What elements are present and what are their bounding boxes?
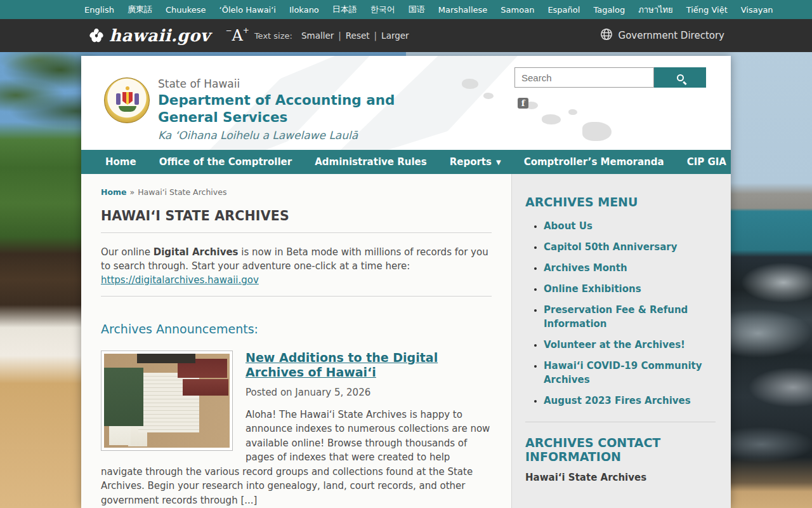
nav-item-comptrollers-memoranda[interactable]: Comptroller’s Memoranda [513, 156, 676, 168]
main-navigation: Home Office of the Comptroller Administr… [81, 150, 731, 174]
language-link-samoan[interactable]: Samoan [501, 5, 534, 15]
language-bar: English 廣東話 Chuukese ʻŌlelo Hawaiʻi Ilok… [0, 0, 812, 19]
language-link-spanish[interactable]: Español [547, 5, 580, 15]
hawaii-gov-wordmark: hawaii.gov [109, 26, 210, 45]
main-content: Home»Hawaiʻi State Archives HAWAIʻI STAT… [81, 174, 511, 508]
text-size-icon: −A+ [225, 28, 249, 43]
sidebar-item-about-us[interactable]: About Us [544, 220, 593, 232]
globe-icon [599, 27, 613, 44]
utility-bar: hawaii.gov −A+ Text size: Smaller|Reset|… [0, 19, 812, 52]
government-directory-label: Government Directory [619, 30, 724, 41]
digital-archives-link[interactable]: https://digitalarchives.hawaii.gov [101, 274, 259, 286]
archives-contact-name: Hawaiʻi State Archives [525, 472, 716, 483]
divider [101, 296, 492, 297]
text-larger-link[interactable]: Larger [381, 30, 409, 41]
islands-map-graphic [568, 109, 577, 115]
islands-map-graphic [582, 122, 612, 141]
breadcrumb-current: Hawaiʻi State Archives [138, 187, 226, 197]
state-of-hawaii-seal [104, 77, 150, 123]
announcements-heading: Archives Announcements: [101, 322, 492, 336]
search-button[interactable] [654, 67, 706, 88]
archives-menu-heading: ARCHIVES MENU [525, 196, 716, 210]
search-icon [677, 74, 684, 81]
archives-menu: About Us Capitol 50th Anniversary Archiv… [525, 219, 716, 408]
language-link-tagalog[interactable]: Tagalog [593, 5, 625, 15]
islands-map-graphic [542, 114, 561, 124]
language-link-marshallese[interactable]: Marshallese [438, 5, 488, 15]
announcement-post: New Additions to the Digital Archives of… [101, 351, 492, 508]
chevron-down-icon: ▼ [496, 159, 501, 166]
list-item: August 2023 Fires Archives [544, 394, 716, 408]
text-smaller-link[interactable]: Smaller [301, 30, 334, 41]
search-input[interactable] [514, 67, 654, 88]
divider [525, 422, 716, 422]
divider: | [338, 30, 341, 41]
hibiscus-icon [89, 28, 104, 43]
sidebar-item-volunteer[interactable]: Volunteer at the Archives! [544, 339, 685, 351]
islands-map-graphic [483, 93, 494, 99]
hawaii-gov-logo[interactable]: hawaii.gov [89, 26, 210, 45]
site-header: State of Hawaii Department of Accounting… [81, 56, 731, 150]
divider: | [374, 30, 377, 41]
state-label: State of Hawaii [158, 77, 424, 90]
language-link-visayan[interactable]: Visayan [741, 5, 773, 15]
language-link-hawaiian[interactable]: ʻŌlelo Hawaiʻi [219, 5, 276, 15]
language-link-english[interactable]: English [84, 5, 114, 15]
page-title: HAWAIʻI STATE ARCHIVES [101, 208, 492, 224]
breadcrumb: Home»Hawaiʻi State Archives [101, 187, 492, 197]
department-tagline: Ka ʻOihana Loihelu a Lawelawe Laulā [158, 129, 424, 142]
government-directory-link[interactable]: Government Directory [599, 27, 724, 44]
list-item: Capitol 50th Anniversary [544, 240, 716, 254]
text-reset-link[interactable]: Reset [346, 30, 370, 41]
nav-item-cip-gia[interactable]: CIP GIA [676, 156, 738, 168]
language-link-japanese[interactable]: 日本語 [332, 4, 357, 15]
language-link-cantonese[interactable]: 廣東話 [128, 4, 152, 15]
list-item: Archives Month [544, 261, 716, 275]
list-item: Volunteer at the Archives! [544, 338, 716, 352]
sidebar-item-archives-month[interactable]: Archives Month [544, 262, 627, 274]
nav-item-administrative-rules[interactable]: Administrative Rules [303, 156, 438, 168]
post-title-link[interactable]: New Additions to the Digital Archives of… [246, 351, 438, 379]
breadcrumb-separator: » [130, 187, 135, 197]
nav-item-reports[interactable]: Reports▼ [438, 156, 513, 168]
sidebar-item-online-exhibitions[interactable]: Online Exhibitions [544, 283, 641, 295]
archives-contact-heading: ARCHIVES CONTACT INFORMATION [525, 436, 671, 464]
islands-map-graphic [462, 79, 478, 89]
sidebar: ARCHIVES MENU About Us Capitol 50th Anni… [511, 174, 731, 508]
list-item: About Us [544, 219, 716, 233]
archive-books-photo [104, 354, 230, 448]
nav-item-home[interactable]: Home [94, 156, 148, 168]
breadcrumb-home-link[interactable]: Home [101, 187, 127, 197]
divider [101, 232, 492, 233]
sidebar-item-preservation-fee[interactable]: Preservation Fee & Refund Information [544, 304, 688, 330]
post-thumbnail-image[interactable] [101, 351, 233, 451]
language-link-mandarin[interactable]: 国语 [409, 4, 425, 15]
nav-item-office-of-the-comptroller[interactable]: Office of the Comptroller [148, 156, 303, 168]
language-link-vietnamese[interactable]: Tiếng Việt [686, 5, 728, 15]
sidebar-item-covid-archives[interactable]: Hawaiʻi COVID-19 Community Archives [544, 360, 702, 385]
list-item: Preservation Fee & Refund Information [544, 303, 716, 331]
facebook-icon[interactable]: f [518, 98, 528, 109]
search-form [514, 67, 706, 88]
language-link-korean[interactable]: 한국어 [370, 4, 395, 15]
language-link-chuukese[interactable]: Chuukese [166, 5, 206, 15]
language-link-ilokano[interactable]: Ilokano [289, 5, 319, 15]
list-item: Hawaiʻi COVID-19 Community Archives [544, 359, 716, 387]
page-panel: State of Hawaii Department of Accounting… [81, 56, 731, 508]
department-title[interactable]: Department of Accounting and General Ser… [158, 92, 412, 126]
list-item: Online Exhibitions [544, 282, 716, 296]
language-link-thai[interactable]: ภาษาไทย [638, 3, 672, 17]
sidebar-item-capitol-50th[interactable]: Capitol 50th Anniversary [544, 241, 677, 253]
sidebar-item-fires-archives[interactable]: August 2023 Fires Archives [544, 395, 691, 406]
text-size-label: Text size: [254, 31, 292, 41]
intro-paragraph: Our online Digital Archives is now in Be… [101, 245, 492, 287]
